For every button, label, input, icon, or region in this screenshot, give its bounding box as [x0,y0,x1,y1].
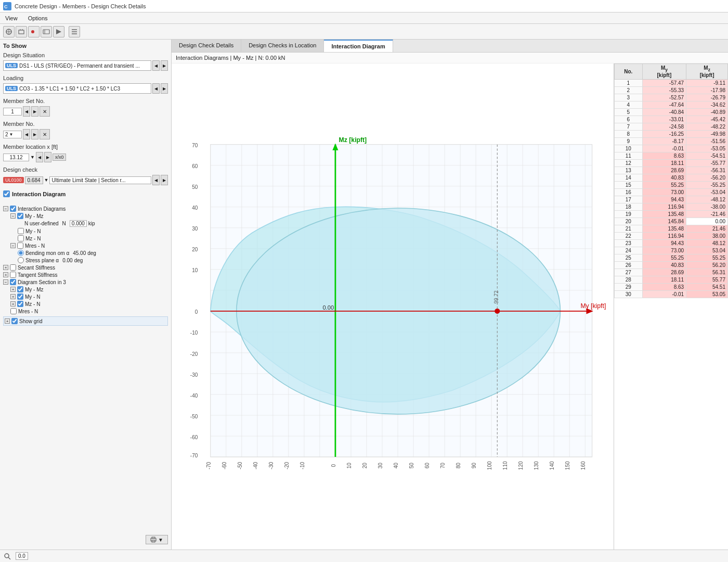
bending-mon-unit: deg [87,250,96,256]
svg-point-66 [495,309,500,313]
interaction-diagram-check[interactable] [3,190,10,197]
secant-stiffness-check[interactable] [10,264,16,271]
toolbar-btn-3[interactable] [28,26,40,37]
table-row: 1794.43-48.12 [615,196,728,203]
bending-mon-radio[interactable] [18,250,24,256]
svg-text:50: 50 [409,463,414,469]
show-grid-check[interactable] [11,318,18,324]
x-x0-btn[interactable]: x/x0 [53,154,67,161]
bending-mon-label: Bending mon om α [25,250,69,256]
ms-pin-btn[interactable]: ✕ [40,106,50,117]
ds-my-n-check[interactable] [17,293,23,300]
col-mz: Mz[kipft] [686,64,728,80]
stress-plane-radio[interactable] [18,257,24,263]
tab-design-checks-location[interactable]: Design Checks in Location [241,40,324,52]
menu-options[interactable]: Options [26,15,50,22]
dc-desc[interactable]: Ultimate Limit State | Section r... [49,176,151,184]
svg-text:130: 130 [534,461,539,470]
ds-prev-btn[interactable]: ◀ [152,60,160,71]
table-row: 2-55.33-17.98 [615,87,728,94]
expand-my-mz[interactable]: − [10,213,16,219]
table-row: 18116.94-38.00 [615,203,728,211]
toolbar-btn-1[interactable] [3,26,15,37]
svg-text:-60: -60 [222,462,227,469]
svg-text:70: 70 [440,463,446,469]
ds-mres-n-check[interactable] [10,308,17,314]
tab-interaction-diagram[interactable]: Interaction Diagram [324,40,393,52]
design-situation-combo[interactable]: ULS DS1 - ULS (STR/GEO) - Permanent and … [3,60,151,71]
loading-next-btn[interactable]: ▶ [161,83,168,94]
svg-text:110: 110 [502,461,508,470]
member-set-label: Member Set No. [3,98,168,104]
svg-text:0: 0 [331,464,336,467]
mn-pin-btn[interactable]: ✕ [40,129,50,139]
expand-tangent[interactable]: + [3,272,8,277]
expand-secant[interactable]: + [3,265,8,270]
svg-text:20: 20 [192,247,198,252]
ds-mz-n-check[interactable] [17,301,23,307]
diagram-section-check[interactable] [10,279,16,285]
tab-design-check-details[interactable]: Design Check Details [172,40,241,52]
svg-text:40: 40 [192,205,198,211]
expand-interaction-diagrams[interactable]: − [3,206,8,211]
member-no-label: Member No. [3,121,168,127]
toolbar-btn-5[interactable] [53,26,64,37]
svg-text:50: 50 [192,184,198,190]
mz-n-check[interactable] [18,235,24,241]
table-row: 8-16.25-49.98 [615,131,728,138]
expand-mres-n[interactable]: − [10,243,16,248]
ms-next-btn[interactable]: ▶ [31,106,38,117]
ms-prev-btn[interactable]: ◀ [23,106,30,117]
menu-view[interactable]: View [3,15,20,22]
svg-text:-40: -40 [190,393,198,399]
mn-next-btn[interactable]: ▶ [31,129,38,139]
member-no-combo[interactable]: 2 ▼ [3,131,22,138]
search-icon[interactable] [3,552,11,560]
ds-my-mz-check[interactable] [17,286,23,292]
expand-show-grid[interactable]: + [5,318,10,324]
svg-point-108 [5,554,9,558]
my-mz-check[interactable] [17,213,23,219]
svg-text:10: 10 [192,267,198,273]
svg-text:My [kipft]: My [kipft] [580,302,606,310]
interaction-diagrams-check[interactable] [10,206,16,212]
svg-text:40: 40 [393,463,399,469]
loading-prev-btn[interactable]: ◀ [152,83,160,94]
status-value: 0.0 [16,552,28,560]
n-value[interactable]: 0.000 [70,220,87,227]
tangent-stiffness-check[interactable] [10,272,16,278]
print-button[interactable]: ▼ [146,535,168,544]
expand-diagram-section[interactable]: − [3,279,8,285]
expand-ds-my-mz[interactable]: + [10,287,16,292]
ds-next-btn[interactable]: ▶ [161,60,168,71]
svg-text:-20: -20 [190,351,198,357]
dc-next-btn[interactable]: ▶ [161,175,168,185]
svg-line-109 [8,557,10,559]
table-row: 1328.69-56.31 [615,167,728,174]
mres-n-check[interactable] [17,242,23,249]
loading-combo[interactable]: ULS CO3 - 1.35 * LC1 + 1.50 * LC2 + 1.50… [3,83,151,94]
to-show-label: To Show [3,43,168,49]
my-n-check[interactable] [18,228,24,234]
loc-prev-btn[interactable]: ◀ [36,152,43,162]
dc-prev-btn[interactable]: ◀ [152,175,160,185]
mn-prev-btn[interactable]: ◀ [23,129,30,139]
chart-area[interactable]: Mz [kipft] My [kipft] 0.00 [172,63,614,550]
toolbar-btn-4[interactable] [41,26,52,37]
table-row: 3-52.57-26.79 [615,94,728,101]
member-set-input[interactable]: 1 [3,108,22,116]
expand-ds-mz-n[interactable]: + [10,301,16,306]
svg-text:70: 70 [192,143,198,148]
toolbar-btn-2[interactable] [16,26,27,37]
svg-text:-10: -10 [300,462,305,469]
toolbar-btn-6[interactable] [69,26,80,37]
table-row: 1673.00-53.04 [615,189,728,196]
dc-ratio: 0.684 [25,176,43,184]
table-row: 2555.2555.25 [615,254,728,262]
ds-mres-n-label: Mres - N [18,309,38,314]
loc-next-btn[interactable]: ▶ [44,152,51,162]
menu-bar: View Options [0,12,728,24]
location-input[interactable]: 13.12 [3,154,29,161]
expand-ds-my-n[interactable]: + [10,294,16,299]
member-location-label: Member location x [ft] [3,144,168,150]
